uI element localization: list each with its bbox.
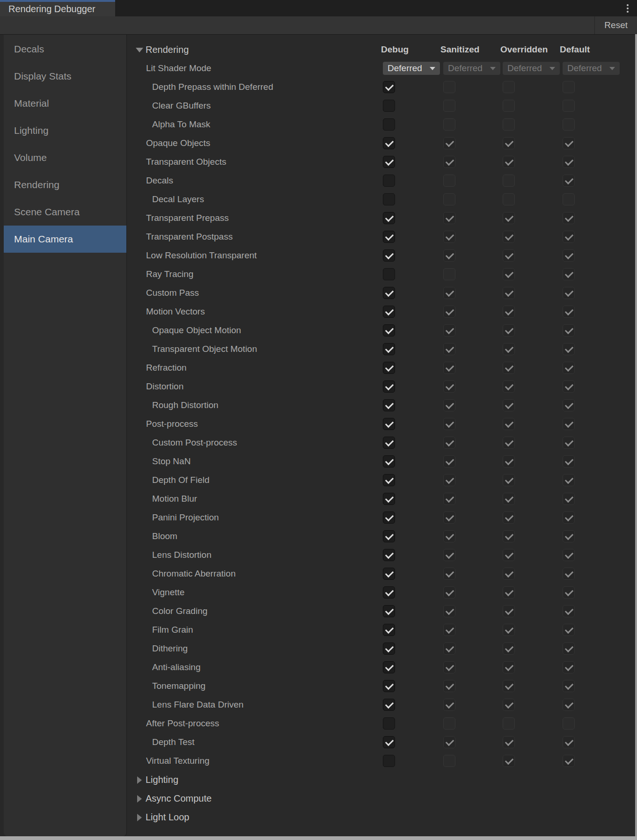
checkbox-ray-tracing-default	[563, 268, 575, 280]
sidebar-item-rendering[interactable]: Rendering	[4, 171, 126, 198]
dropdown-value: Deferred	[567, 63, 609, 73]
checkbox-lens-flare-data-driven-debug[interactable]	[383, 699, 395, 711]
tree-row-custom-post-process: Custom Post-process	[127, 433, 637, 452]
checkbox-chromatic-aberration-debug[interactable]	[383, 568, 395, 580]
checkbox-opaque-object-motion-debug[interactable]	[383, 324, 395, 336]
checkbox-transparent-objects-debug[interactable]	[383, 156, 395, 168]
sidebar-item-main-camera[interactable]: Main Camera	[4, 226, 126, 253]
tree-row-opaque-object-motion: Opaque Object Motion	[127, 321, 637, 340]
row-label: Rough Distortion	[152, 396, 219, 415]
checkbox-lens-distortion-debug[interactable]	[383, 549, 395, 561]
row-label: Tonemapping	[152, 677, 205, 695]
kebab-menu-icon[interactable]	[618, 0, 637, 16]
checkbox-depth-test-debug[interactable]	[383, 736, 395, 748]
sidebar-item-decals[interactable]: Decals	[4, 36, 126, 63]
checkbox-low-resolution-transparent-debug[interactable]	[383, 249, 395, 262]
checkbox-custom-pass-debug[interactable]	[383, 287, 395, 299]
tree-row-distortion: Distortion	[127, 377, 637, 396]
checkbox-alpha-to-mask-debug[interactable]	[383, 118, 395, 131]
checkbox-ray-tracing-debug[interactable]	[383, 268, 395, 280]
reset-button[interactable]: Reset	[594, 16, 637, 34]
checkbox-motion-vectors-debug[interactable]	[383, 306, 395, 318]
settings-tree: RenderingLit Shader ModeDeferredDeferred…	[127, 35, 637, 826]
checkbox-transparent-prepass-default	[563, 212, 575, 224]
checkbox-panini-projection-sanitized	[443, 511, 455, 524]
checkbox-custom-pass-sanitized	[443, 287, 455, 299]
checkbox-vignette-debug[interactable]	[383, 586, 395, 599]
checkbox-bloom-debug[interactable]	[383, 530, 395, 542]
checkbox-tonemapping-debug[interactable]	[383, 680, 395, 692]
tree-row-async-compute: Async Compute	[127, 789, 637, 808]
tree-row-depth-of-field: Depth Of Field	[127, 471, 637, 489]
checkbox-anti-aliasing-sanitized	[443, 661, 455, 673]
checkbox-bloom-overridden	[503, 530, 515, 542]
checkbox-ray-tracing-overridden	[503, 268, 515, 280]
checkbox-post-process-debug[interactable]	[383, 418, 395, 430]
checkbox-tonemapping-sanitized	[443, 680, 455, 692]
checkbox-decal-layers-sanitized	[443, 193, 455, 205]
checkbox-transparent-object-motion-overridden	[503, 343, 515, 355]
checkbox-panini-projection-debug[interactable]	[383, 511, 395, 524]
sidebar-item-display-stats[interactable]: Display Stats	[4, 63, 126, 90]
tree-row-clear-gbuffers: Clear GBuffers	[127, 96, 637, 115]
expand-triangle-icon[interactable]	[137, 795, 142, 803]
checkbox-refraction-debug[interactable]	[383, 362, 395, 374]
dropdown-lit-shader-mode-sanitized: Deferred	[443, 62, 500, 75]
tab-rendering-debugger[interactable]: Rendering Debugger	[0, 0, 115, 16]
checkbox-custom-post-process-debug[interactable]	[383, 437, 395, 449]
checkbox-clear-gbuffers-debug[interactable]	[383, 100, 395, 112]
checkbox-film-grain-debug[interactable]	[383, 624, 395, 636]
checkbox-motion-blur-debug[interactable]	[383, 493, 395, 505]
tree-row-transparent-object-motion: Transparent Object Motion	[127, 340, 637, 358]
checkbox-transparent-postpass-debug[interactable]	[383, 231, 395, 243]
checkbox-virtual-texturing-debug[interactable]	[383, 755, 395, 767]
checkbox-decals-debug[interactable]	[383, 175, 395, 187]
checkbox-panini-projection-default	[563, 511, 575, 524]
checkbox-low-resolution-transparent-overridden	[503, 249, 515, 262]
checkbox-after-post-process-debug[interactable]	[383, 717, 395, 730]
checkbox-color-grading-debug[interactable]	[383, 605, 395, 617]
checkbox-custom-post-process-sanitized	[443, 437, 455, 449]
dropdown-lit-shader-mode-debug[interactable]: Deferred	[383, 62, 440, 75]
checkbox-opaque-objects-debug[interactable]	[383, 137, 395, 149]
checkbox-chromatic-aberration-default	[563, 568, 575, 580]
expand-triangle-icon[interactable]	[137, 814, 142, 821]
chevron-down-icon	[490, 67, 496, 70]
sidebar-item-volume[interactable]: Volume	[4, 144, 126, 171]
tree-row-lens-distortion: Lens Distortion	[127, 546, 637, 564]
checkbox-motion-vectors-overridden	[503, 306, 515, 318]
row-label: Panini Projection	[152, 508, 219, 527]
checkbox-distortion-debug[interactable]	[383, 380, 395, 393]
horizontal-scrollbar[interactable]	[0, 836, 637, 840]
checkbox-motion-vectors-sanitized	[443, 306, 455, 318]
sidebar-item-lighting[interactable]: Lighting	[4, 117, 126, 144]
tree-row-after-post-process: After Post-process	[127, 714, 637, 733]
row-label: Transparent Postpass	[146, 227, 233, 246]
dropdown-lit-shader-mode-default: Deferred	[563, 62, 620, 75]
tree-row-lighting: Lighting	[127, 770, 637, 789]
checkbox-refraction-default	[563, 362, 575, 374]
checkbox-post-process-default	[563, 418, 575, 430]
checkbox-lens-distortion-overridden	[503, 549, 515, 561]
tree-row-refraction: Refraction	[127, 358, 637, 377]
checkbox-rough-distortion-debug[interactable]	[383, 399, 395, 411]
checkbox-custom-pass-default	[563, 287, 575, 299]
sidebar-item-scene-camera[interactable]: Scene Camera	[4, 198, 126, 226]
sidebar-item-material[interactable]: Material	[4, 90, 126, 117]
expand-triangle-icon[interactable]	[137, 776, 142, 784]
checkbox-color-grading-default	[563, 605, 575, 617]
checkbox-transparent-object-motion-debug[interactable]	[383, 343, 395, 355]
checkbox-depth-of-field-debug[interactable]	[383, 474, 395, 486]
vertical-scrollbar[interactable]	[635, 34, 637, 836]
checkbox-transparent-prepass-debug[interactable]	[383, 212, 395, 224]
checkbox-depth-prepass-within-deferred-overridden	[503, 81, 515, 93]
row-label: Low Resolution Transparent	[146, 246, 257, 265]
collapse-triangle-icon[interactable]	[136, 48, 143, 52]
checkbox-stop-nan-debug[interactable]	[383, 455, 395, 467]
checkbox-film-grain-sanitized	[443, 624, 455, 636]
checkbox-opaque-objects-default	[563, 137, 575, 149]
checkbox-dithering-debug[interactable]	[383, 643, 395, 655]
checkbox-decal-layers-debug[interactable]	[383, 193, 395, 205]
checkbox-depth-prepass-within-deferred-debug[interactable]	[383, 81, 395, 93]
checkbox-anti-aliasing-debug[interactable]	[383, 661, 395, 673]
